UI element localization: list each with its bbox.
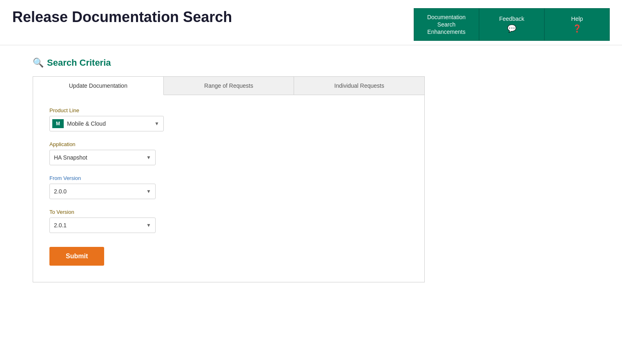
to-version-group: To Version 2.0.1 2.0.0 1.9.1 ▼ (49, 209, 408, 233)
form-content: Product Line M Mobile & Cloud On-Premise… (33, 95, 424, 282)
search-criteria-title: Search Criteria (47, 58, 111, 68)
product-line-group: Product Line M Mobile & Cloud On-Premise… (49, 107, 408, 131)
help-label: Help (571, 15, 583, 22)
application-group: Application HA Snapshot App Manager Clou… (49, 141, 408, 165)
application-label: Application (49, 141, 408, 147)
help-button[interactable]: Help ❓ (544, 8, 610, 41)
tab-individual-requests[interactable]: Individual Requests (294, 77, 424, 95)
from-version-select-wrapper: 2.0.0 1.9.0 1.8.0 ▼ (49, 184, 156, 199)
doc-search-enhancements-button[interactable]: Documentation Search Enhancements (414, 8, 479, 41)
feedback-icon: 💬 (507, 24, 516, 33)
application-select[interactable]: HA Snapshot App Manager Cloud Services (50, 154, 155, 161)
to-version-select-wrapper: 2.0.1 2.0.0 1.9.1 ▼ (49, 218, 156, 233)
submit-button[interactable]: Submit (49, 247, 104, 266)
search-criteria-heading: 🔍 Search Criteria (33, 58, 589, 68)
tab-range-of-requests[interactable]: Range of Requests (164, 77, 294, 95)
application-select-wrapper: HA Snapshot App Manager Cloud Services ▼ (49, 150, 156, 165)
from-version-group: From Version 2.0.0 1.9.0 1.8.0 ▼ (49, 175, 408, 199)
tab-container: Update Documentation Range of Requests I… (33, 76, 425, 282)
feedback-label: Feedback (499, 15, 524, 22)
to-version-label: To Version (49, 209, 408, 215)
search-icon: 🔍 (33, 58, 44, 68)
from-version-select[interactable]: 2.0.0 1.9.0 1.8.0 (50, 188, 155, 195)
product-line-select-wrapper: M Mobile & Cloud On-Premise SaaS ▼ (49, 116, 164, 131)
main-content: 🔍 Search Criteria Update Documentation R… (0, 45, 622, 295)
tabs-row: Update Documentation Range of Requests I… (33, 77, 424, 95)
product-line-icon: M (52, 119, 64, 128)
nav-buttons: Documentation Search Enhancements Feedba… (414, 8, 610, 41)
page-title: Release Documentation Search (12, 8, 232, 26)
tab-update-documentation[interactable]: Update Documentation (33, 77, 164, 95)
product-line-label: Product Line (49, 107, 408, 113)
header: Release Documentation Search Documentati… (0, 0, 622, 45)
product-line-select[interactable]: Mobile & Cloud On-Premise SaaS (64, 120, 163, 127)
doc-search-enhancements-label: Documentation Search Enhancements (422, 13, 470, 36)
from-version-label: From Version (49, 175, 408, 181)
feedback-button[interactable]: Feedback 💬 (479, 8, 544, 41)
to-version-select[interactable]: 2.0.1 2.0.0 1.9.1 (50, 222, 155, 229)
help-icon: ❓ (573, 24, 582, 33)
